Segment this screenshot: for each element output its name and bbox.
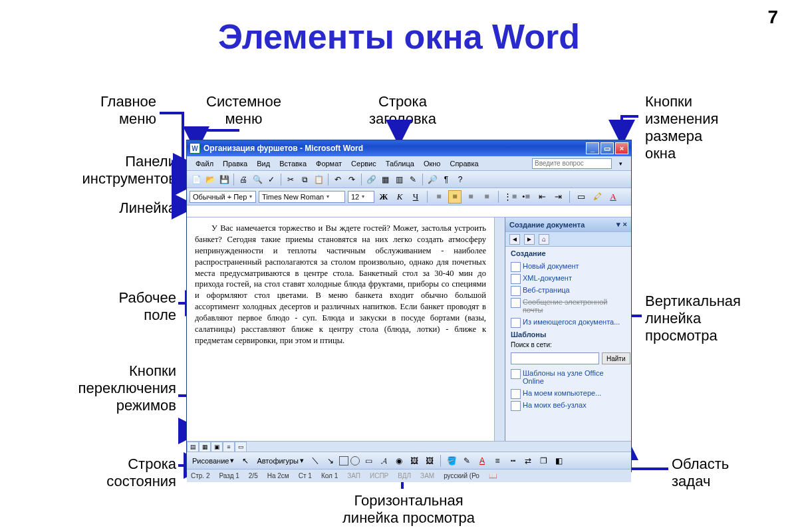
align-center-icon[interactable]: ≡ [448,190,462,203]
line-icon[interactable]: ＼ [309,454,322,467]
3d-icon[interactable]: ◧ [552,454,565,467]
picture-icon[interactable]: 🖼 [423,454,436,467]
arrow-icon[interactable]: ↘ [324,454,337,467]
spell-icon[interactable]: ✓ [265,173,278,186]
save-icon[interactable]: 💾 [217,173,231,186]
view-reading-icon[interactable]: ▭ [235,442,247,452]
copy-icon[interactable]: ⧉ [298,173,311,186]
maximize-button[interactable]: ▭ [600,142,614,154]
table-icon[interactable]: ▦ [378,173,392,186]
drawing-icon[interactable]: ✎ [406,173,420,186]
tp-link-from-existing[interactable]: Из имеющегося документа... [505,316,631,328]
para-icon[interactable]: ¶ [440,173,453,186]
preview-icon[interactable]: 🔍 [251,173,264,186]
status-ext[interactable]: ВДЛ [398,472,411,479]
tp-search-button[interactable]: Найти [602,352,630,364]
fill-color-icon[interactable]: 🪣 [445,454,458,467]
menu-window[interactable]: Окно [419,158,446,169]
underline-button[interactable]: Ч [409,190,422,203]
tp-link-my-computer[interactable]: На моем компьютере... [505,387,631,399]
open-icon[interactable]: 📂 [203,173,217,186]
close-button[interactable]: × [615,142,628,154]
status-book-icon[interactable]: 📖 [489,472,497,479]
line-style-icon[interactable]: ≡ [491,454,504,467]
menu-insert[interactable]: Вставка [275,158,311,169]
font-color2-icon[interactable]: A [475,454,489,467]
draw-menu[interactable]: Рисование ▾ [190,454,237,467]
highlight-icon[interactable]: 🖍 [591,190,604,203]
minimize-button[interactable]: _ [586,142,599,154]
title-bar[interactable]: W Организация фуршетов - Microsoft Word … [187,140,631,156]
view-print-icon[interactable]: ▣ [211,442,223,452]
arrow-style-icon[interactable]: ⇄ [521,454,535,467]
view-outline-icon[interactable]: ≡ [223,442,235,452]
oval-icon[interactable] [350,456,360,466]
ask-dropdown-icon[interactable]: ▾ [614,159,627,168]
bold-button[interactable]: Ж [377,190,390,203]
zoom-icon[interactable]: 🔎 [426,173,439,186]
ruler[interactable] [187,205,631,217]
align-right-icon[interactable]: ≡ [464,190,477,203]
menu-view[interactable]: Вид [252,158,275,169]
tp-search-input[interactable] [511,352,599,364]
size-combo[interactable]: 12▾ [348,191,374,203]
align-left-icon[interactable]: ≡ [432,190,446,203]
link-icon[interactable]: 🔗 [364,173,378,186]
outdent-icon[interactable]: ⇤ [535,190,549,203]
columns-icon[interactable]: ▥ [392,173,406,186]
help-icon[interactable]: ? [454,173,467,186]
italic-button[interactable]: К [393,190,406,203]
status-lang[interactable]: русский (Ро [444,472,479,479]
line-color-icon[interactable]: ✎ [460,454,473,467]
status-ovr[interactable]: ЗАМ [420,472,434,479]
wordart-icon[interactable]: 𝓐 [377,454,390,467]
redo-icon[interactable]: ↷ [345,173,358,186]
tp-link-my-sites[interactable]: На моих веб-узлах [505,399,631,411]
textbox-icon[interactable]: ▭ [362,454,375,467]
indent-icon[interactable]: ⇥ [551,190,565,203]
view-web-icon[interactable]: ▦ [199,442,211,452]
tp-link-web-page[interactable]: Веб-страница [505,284,631,296]
diagram-icon[interactable]: ◉ [392,454,406,467]
tp-link-new-doc[interactable]: Новый документ [505,260,631,272]
print-icon[interactable]: 🖨 [237,173,250,186]
border-icon[interactable]: ▭ [575,190,588,203]
menu-edit[interactable]: Правка [218,158,252,169]
rect-icon[interactable] [339,456,348,466]
select-icon[interactable]: ↖ [239,454,252,467]
shadow-icon[interactable]: ❐ [537,454,550,467]
tp-link-office-online[interactable]: Шаблоны на узле Office Online [505,367,631,387]
taskpane-title[interactable]: Создание документа ▾× [505,217,631,232]
taskpane-close-icon[interactable]: × [623,220,627,229]
nav-back-icon[interactable]: ◄ [509,234,520,245]
numbering-icon[interactable]: ⋮≡ [503,190,517,203]
paste-icon[interactable]: 📋 [312,173,325,186]
menu-format[interactable]: Формат [311,158,346,169]
cut-icon[interactable]: ✂ [284,173,297,186]
nav-fwd-icon[interactable]: ► [524,234,535,245]
tp-link-email[interactable]: Сообщение электронной почты [505,296,631,316]
view-normal-icon[interactable]: ▤ [187,442,199,452]
autoshapes-menu[interactable]: Автофигуры ▾ [254,454,307,467]
font-color-icon[interactable]: A [606,190,620,203]
taskpane-dropdown-icon[interactable]: ▾ [616,220,620,229]
style-combo[interactable]: Обычный + Пер▾ [190,191,256,203]
horizontal-scrollbar[interactable] [247,442,631,452]
clipart-icon[interactable]: 🖼 [408,454,421,467]
nav-home-icon[interactable]: ⌂ [539,234,549,245]
font-combo[interactable]: Times New Roman▾ [259,191,345,203]
menu-tools[interactable]: Сервис [346,158,381,169]
ask-question-input[interactable] [532,158,612,169]
undo-icon[interactable]: ↶ [331,173,344,186]
menu-file[interactable]: Файл [191,158,218,169]
menu-table[interactable]: Таблица [381,158,419,169]
document-area[interactable]: У Вас намечается торжество и Вы ждете го… [187,217,494,441]
tp-link-xml-doc[interactable]: XML-документ [505,272,631,284]
vertical-scrollbar[interactable] [494,217,505,441]
menu-help[interactable]: Справка [445,158,483,169]
justify-icon[interactable]: ≡ [480,190,493,203]
dash-style-icon[interactable]: ┅ [506,454,519,467]
app-icon[interactable]: W [190,143,200,154]
bullets-icon[interactable]: •≡ [519,190,533,203]
new-doc-icon[interactable]: 📄 [190,173,203,186]
